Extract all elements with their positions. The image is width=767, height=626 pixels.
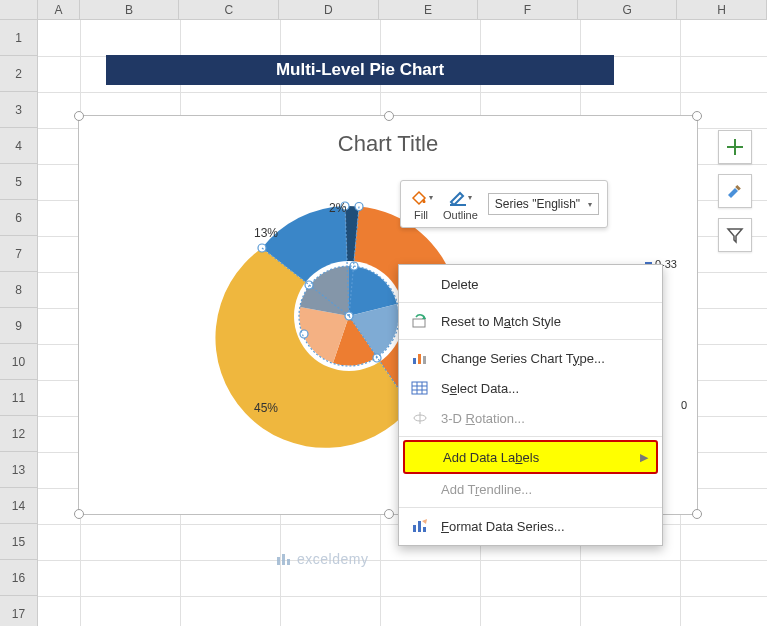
column-header-E[interactable]: E	[379, 0, 479, 19]
row-header-6[interactable]: 6	[0, 200, 37, 236]
row-header-1[interactable]: 1	[0, 20, 37, 56]
resize-handle-ne[interactable]	[692, 111, 702, 121]
menu-rotation-label: 3-D Rotation...	[441, 411, 525, 426]
svg-rect-31	[423, 527, 426, 532]
svg-rect-34	[287, 559, 290, 565]
column-header-H[interactable]: H	[677, 0, 767, 19]
menu-delete-label: Delete	[441, 277, 479, 292]
format-series-icon	[409, 517, 431, 535]
row-header-3[interactable]: 3	[0, 92, 37, 128]
row-header-13[interactable]: 13	[0, 452, 37, 488]
svg-rect-29	[413, 525, 416, 532]
menu-trendline-label: Add Trendline...	[441, 482, 532, 497]
menu-format-data-series[interactable]: Format Data Series...	[399, 511, 662, 541]
svg-rect-22	[423, 356, 426, 364]
row-header-16[interactable]: 16	[0, 560, 37, 596]
chevron-down-icon: ▾	[588, 200, 592, 209]
column-header-B[interactable]: B	[80, 0, 180, 19]
row-header-11[interactable]: 11	[0, 380, 37, 416]
row-header-15[interactable]: 15	[0, 524, 37, 560]
row-header-2[interactable]: 2	[0, 56, 37, 92]
data-label-13: 13%	[254, 226, 278, 240]
fill-label: Fill	[414, 209, 428, 221]
watermark: exceldemy	[275, 550, 368, 568]
menu-format-label: Format Data Series...	[441, 519, 565, 534]
menu-reset-label: Reset to Match Style	[441, 314, 561, 329]
menu-add-labels-label: Add Data Labels	[443, 450, 539, 465]
chart-filters-button[interactable]	[718, 218, 752, 252]
menu-add-data-labels[interactable]: Add Data Labels ▶	[403, 440, 658, 474]
row-header-4[interactable]: 4	[0, 128, 37, 164]
menu-change-type-label: Change Series Chart Type...	[441, 351, 605, 366]
row-header-7[interactable]: 7	[0, 236, 37, 272]
menu-select-data[interactable]: Select Data...	[399, 373, 662, 403]
row-header-17[interactable]: 17	[0, 596, 37, 626]
menu-delete[interactable]: Delete	[399, 269, 662, 299]
submenu-arrow-icon: ▶	[640, 451, 648, 464]
menu-select-data-label: Select Data...	[441, 381, 519, 396]
svg-rect-19	[413, 319, 425, 327]
series-selector-text: Series "English"	[495, 197, 580, 211]
series-selector[interactable]: Series "English" ▾	[488, 193, 599, 215]
resize-handle-n[interactable]	[384, 111, 394, 121]
rotation-icon	[409, 409, 431, 427]
column-header-D[interactable]: D	[279, 0, 379, 19]
chart-type-icon	[409, 349, 431, 367]
svg-rect-20	[413, 358, 416, 364]
chart-styles-button[interactable]	[718, 174, 752, 208]
resize-handle-sw[interactable]	[74, 509, 84, 519]
column-header-C[interactable]: C	[179, 0, 279, 19]
row-header-9[interactable]: 9	[0, 308, 37, 344]
select-all-corner[interactable]	[0, 0, 38, 20]
chart-title[interactable]: Chart Title	[79, 131, 697, 157]
data-label-2: 2%	[329, 201, 346, 215]
row-headers: 1234567891011121314151617	[0, 20, 38, 626]
row-header-14[interactable]: 14	[0, 488, 37, 524]
svg-rect-32	[277, 557, 280, 565]
row-header-8[interactable]: 8	[0, 272, 37, 308]
row-header-10[interactable]: 10	[0, 344, 37, 380]
context-menu: Delete Reset to Match Style Change Serie…	[398, 264, 663, 546]
svg-rect-21	[418, 354, 421, 364]
resize-handle-nw[interactable]	[74, 111, 84, 121]
banner-text: Multi-Level Pie Chart	[276, 60, 444, 79]
column-header-F[interactable]: F	[478, 0, 578, 19]
svg-rect-23	[412, 382, 427, 394]
select-data-icon	[409, 379, 431, 397]
outline-label: Outline	[443, 209, 478, 221]
chart-elements-button[interactable]	[718, 130, 752, 164]
reset-icon	[409, 312, 431, 330]
column-headers: ABCDEFGH	[38, 0, 767, 20]
data-label-45: 45%	[254, 401, 278, 415]
menu-3d-rotation: 3-D Rotation...	[399, 403, 662, 433]
column-header-A[interactable]: A	[38, 0, 80, 19]
row-header-5[interactable]: 5	[0, 164, 37, 200]
svg-rect-33	[282, 554, 285, 565]
menu-change-chart-type[interactable]: Change Series Chart Type...	[399, 343, 662, 373]
fill-button[interactable]: ▾ Fill	[409, 187, 433, 221]
resize-handle-se[interactable]	[692, 509, 702, 519]
chart-side-tools	[718, 130, 752, 252]
legend-entry-2: 0	[681, 399, 687, 411]
page-title-banner: Multi-Level Pie Chart	[106, 55, 614, 85]
svg-rect-30	[418, 521, 421, 532]
menu-add-trendline: Add Trendline...	[399, 474, 662, 504]
column-header-G[interactable]: G	[578, 0, 678, 19]
resize-handle-s[interactable]	[384, 509, 394, 519]
outline-button[interactable]: ▾ Outline	[443, 187, 478, 221]
row-header-12[interactable]: 12	[0, 416, 37, 452]
mini-toolbar: ▾ Fill ▾ Outline Series "English" ▾	[400, 180, 608, 228]
menu-reset-style[interactable]: Reset to Match Style	[399, 306, 662, 336]
